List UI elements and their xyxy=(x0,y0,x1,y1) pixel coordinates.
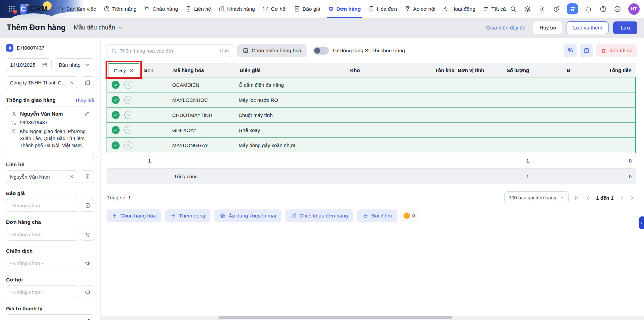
col-stock: Tồn kho xyxy=(434,67,456,73)
close-icon[interactable] xyxy=(129,68,134,73)
suggestion-row[interactable]: OCAMDIEN Ổ cắm điện đa năng xyxy=(107,77,635,92)
nav-item-leads[interactable]: Tiềm năng xyxy=(100,0,140,18)
page-title: Thêm Đơn hàng xyxy=(7,23,66,32)
full-interface-link[interactable]: Giao diện đầy đủ xyxy=(486,25,525,31)
cart-app-icon[interactable] xyxy=(567,3,578,14)
points-badge[interactable]: 0 xyxy=(401,211,419,221)
first-page-icon[interactable] xyxy=(574,195,580,201)
nav-item-contacts[interactable]: Liên hệ xyxy=(182,0,215,18)
nav-item-orders[interactable]: Đơn hàng xyxy=(324,0,365,18)
page-range: 1 đến 1 xyxy=(596,195,614,201)
product-search-icon[interactable] xyxy=(524,5,531,13)
multi-select-button[interactable]: Chọn nhiều hàng hoá xyxy=(237,44,307,57)
add-item-search[interactable]: (F4) xyxy=(107,44,233,57)
thumbs-up-icon xyxy=(363,213,368,219)
user-avatar[interactable]: HT xyxy=(628,3,640,15)
add-row-button[interactable]: Thêm dòng xyxy=(165,209,210,222)
suggestion-row[interactable]: GHEXOAY Ghế xoay xyxy=(107,123,635,138)
save-button[interactable]: Lưu xyxy=(613,21,637,34)
nav-item-opportunities[interactable]: Cơ hội xyxy=(259,0,290,18)
row-total: 0 xyxy=(574,158,636,164)
suggestion-row[interactable]: MAYDONGGAY Máy đóng gáy xoắn nhựa xyxy=(107,138,635,153)
order-doc-icon xyxy=(6,44,13,52)
chevron-down-icon xyxy=(118,25,123,30)
nav-item-pipeline[interactable]: Ao cơ hội xyxy=(401,0,439,18)
order-status-select[interactable]: Bản nháp xyxy=(55,58,94,71)
check-circle-icon[interactable] xyxy=(112,81,120,89)
col-warehouse: Kho xyxy=(349,67,434,73)
contact-picker-button[interactable] xyxy=(81,170,94,183)
opportunity-picker-button[interactable] xyxy=(81,285,94,298)
scrollbar-thumb[interactable] xyxy=(218,316,452,319)
suggestion-row[interactable]: MAYLOCNUOC Máy lọc nước RO xyxy=(107,92,635,108)
note-button[interactable] xyxy=(580,44,593,57)
nav-item-quotes[interactable]: $ Báo giá xyxy=(290,0,324,18)
apply-promotion-button[interactable]: Áp dụng khuyến mại xyxy=(214,209,281,222)
toggle-switch[interactable] xyxy=(313,47,329,55)
suggestion-row[interactable]: CHUOTMAYTINH Chuột máy tính xyxy=(107,108,635,123)
check-circle-icon[interactable] xyxy=(112,96,120,104)
opportunity-field[interactable]: - Không chọn - xyxy=(6,285,78,298)
save-and-add-button[interactable]: Lưu và thêm xyxy=(567,21,608,34)
page-size-select[interactable]: 100 bản ghi trên trang xyxy=(504,191,569,204)
clear-x-icon[interactable] xyxy=(69,80,74,85)
redeem-points-button[interactable]: Đổi điểm xyxy=(357,209,397,222)
campaign-picker-button[interactable] xyxy=(81,257,94,269)
nav-item-customers[interactable]: Khách hàng xyxy=(215,0,259,18)
x-circle-icon[interactable] xyxy=(124,96,132,104)
check-circle-icon[interactable] xyxy=(112,141,120,149)
order-date-field[interactable]: 14/10/2025 xyxy=(6,58,52,71)
item-row[interactable]: 1 1 0 xyxy=(107,153,636,169)
x-circle-icon[interactable] xyxy=(124,126,132,134)
nav-item-workspace[interactable]: Bàn làm việc xyxy=(54,0,100,18)
parent-order-field[interactable]: - Không chọn - xyxy=(6,228,78,241)
prev-page-icon[interactable] xyxy=(585,195,591,201)
check-circle-icon[interactable] xyxy=(112,111,120,119)
more-options-icon[interactable] xyxy=(614,5,621,13)
x-circle-icon[interactable] xyxy=(124,141,132,149)
clear-x-icon[interactable] xyxy=(69,174,74,179)
horizontal-scrollbar[interactable] xyxy=(101,316,644,320)
parent-order-picker-button[interactable] xyxy=(81,228,94,241)
pick-products-button[interactable]: Chọn hàng hóa xyxy=(107,209,161,222)
help-icon[interactable] xyxy=(599,5,607,13)
add-item-search-input[interactable] xyxy=(107,45,233,57)
nav-item-offers[interactable]: Chào hàng xyxy=(140,0,182,18)
suggestion-tab[interactable]: Gợi ý xyxy=(108,63,139,77)
search-icon[interactable] xyxy=(510,5,517,12)
nav-item-all[interactable]: Tất cả xyxy=(479,0,510,18)
contact-field[interactable]: Nguyễn Văn Nam xyxy=(6,170,78,183)
change-shipping-link[interactable]: Thay đổi xyxy=(75,98,94,103)
last-page-icon[interactable] xyxy=(630,195,636,201)
col-total: Tổng tiền xyxy=(574,67,636,73)
notifications-bell-icon[interactable] xyxy=(585,5,592,13)
checkbox-icon xyxy=(243,48,249,54)
next-page-icon[interactable] xyxy=(619,195,625,201)
sidebar-collapse-handle[interactable]: ‹ xyxy=(93,150,101,164)
percent-button[interactable]: % xyxy=(564,44,577,57)
x-circle-icon[interactable] xyxy=(124,111,132,119)
cancel-button[interactable]: Hủy bỏ xyxy=(533,21,562,34)
edit-pencil-icon[interactable] xyxy=(84,111,90,116)
app-launcher-icon[interactable] xyxy=(9,6,15,12)
settings-gear-icon[interactable] xyxy=(538,5,545,13)
nav-item-invoices[interactable]: Hóa đơn xyxy=(365,0,401,18)
company-field[interactable]: Công ty TNHH Thành Công xyxy=(6,76,78,89)
order-discount-button[interactable]: Chiết khấu đơn hàng xyxy=(285,209,353,222)
x-circle-icon[interactable] xyxy=(124,81,132,89)
reminder-clock-icon[interactable] xyxy=(553,5,560,13)
nav-item-activities[interactable]: Hoạt động xyxy=(439,0,479,18)
item-actions-row: Chọn hàng hóa Thêm dòng Áp dụng khuyến m… xyxy=(107,209,637,222)
check-circle-icon[interactable] xyxy=(112,126,120,134)
shipping-info-label: Thông tin giao hàng xyxy=(6,97,56,103)
delete-all-button[interactable]: Xóa tất cả xyxy=(596,44,637,57)
template-selector[interactable]: Mẫu tiêu chuẩn xyxy=(74,24,123,31)
auto-increase-toggle[interactable]: Tự động tăng SL khi chọn trùng xyxy=(313,47,405,55)
company-picker-button[interactable] xyxy=(81,76,94,89)
quote-picker-button[interactable]: $ xyxy=(81,199,94,212)
right-edge-panel-tab[interactable]: ‹ xyxy=(639,216,644,229)
quote-field[interactable]: - Không chọn - xyxy=(6,199,78,212)
order-code: DH0007437 xyxy=(17,45,45,51)
liquidation-value-field[interactable]: 0 xyxy=(6,314,94,320)
campaign-field[interactable]: - Không chọn - xyxy=(6,257,78,269)
